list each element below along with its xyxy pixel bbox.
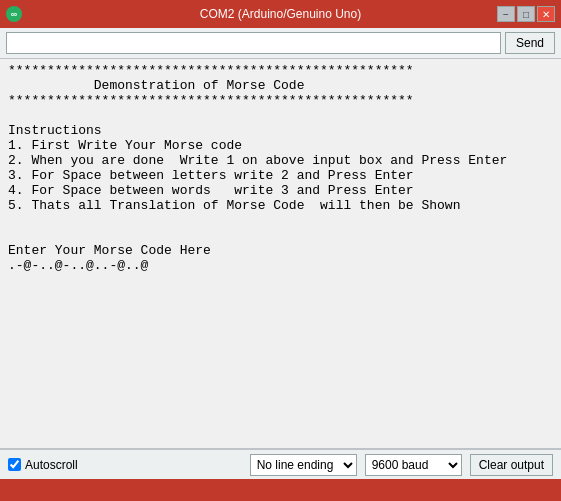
serial-input[interactable] (6, 32, 501, 54)
title-bar-left: ∞ (6, 6, 22, 22)
input-bar: Send (0, 28, 561, 59)
close-button[interactable]: ✕ (537, 6, 555, 22)
send-button[interactable]: Send (505, 32, 555, 54)
serial-monitor[interactable]: ****************************************… (0, 59, 561, 449)
arduino-icon: ∞ (6, 6, 22, 22)
baud-rate-select[interactable]: 300 baud1200 baud2400 baud4800 baud9600 … (365, 454, 462, 476)
status-bar: Autoscroll No line endingNewlineCarriage… (0, 449, 561, 479)
maximize-button[interactable]: □ (517, 6, 535, 22)
line-ending-select[interactable]: No line endingNewlineCarriage returnBoth… (250, 454, 357, 476)
minimize-button[interactable]: − (497, 6, 515, 22)
title-bar: ∞ COM2 (Arduino/Genuino Uno) − □ ✕ (0, 0, 561, 28)
clear-output-button[interactable]: Clear output (470, 454, 553, 476)
autoscroll-label[interactable]: Autoscroll (8, 458, 78, 472)
window-title: COM2 (Arduino/Genuino Uno) (200, 7, 361, 21)
window-controls[interactable]: − □ ✕ (497, 6, 555, 22)
autoscroll-text: Autoscroll (25, 458, 78, 472)
autoscroll-checkbox[interactable] (8, 458, 21, 471)
